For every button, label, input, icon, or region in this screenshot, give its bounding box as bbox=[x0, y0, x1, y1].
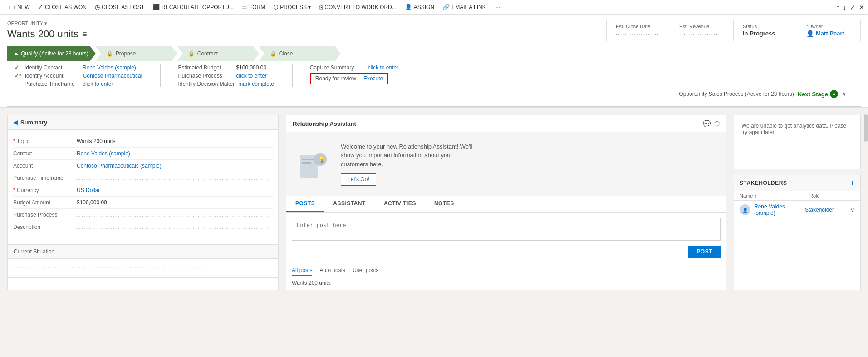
stage-bar-container: ▶ Qualify (Active for 23 hours) 🔒 Propos… bbox=[0, 46, 868, 108]
collapse-button[interactable]: ∧ bbox=[842, 90, 846, 98]
stakeholder-name[interactable]: Rene Valdes (sample) bbox=[754, 203, 805, 216]
identify-account-field: ✓* Identify Account Contoso Pharmaceutic… bbox=[15, 73, 142, 79]
post-button[interactable]: POST bbox=[688, 246, 721, 258]
rel-open-icon[interactable]: ⬡ bbox=[714, 120, 720, 127]
check-capture-summary bbox=[300, 64, 306, 71]
field-contact: Contact Rene Valdes (sample) bbox=[13, 148, 273, 160]
decision-maker-field: Identify Decision Maker mark complete bbox=[168, 81, 274, 87]
purchase-timeframe-field: Purchase Timeframe click to enter bbox=[15, 81, 142, 87]
stakeholders-cols: Name ↑ Role bbox=[734, 191, 860, 201]
summary-section: ◀ Summary Topic Wants 200 units Contact … bbox=[7, 115, 279, 290]
field-account: Account Contoso Pharmaceuticals (sample) bbox=[13, 160, 273, 172]
tab-notes[interactable]: NOTES bbox=[425, 196, 463, 212]
contact-value[interactable]: Rene Valdes (sample) bbox=[77, 150, 273, 157]
stage-close[interactable]: 🔒 Close bbox=[259, 46, 341, 61]
description-value[interactable]: ........................................… bbox=[77, 224, 273, 230]
stage-lock-icon-1: 🔒 bbox=[107, 51, 113, 57]
tab-activities[interactable]: ACTIVITIES bbox=[375, 196, 425, 212]
stage-arrow-icon: ▶ bbox=[15, 51, 18, 57]
header-fields: Est. Close Date ................... Est.… bbox=[606, 20, 861, 41]
purchase-process-value[interactable]: ........................................… bbox=[77, 212, 273, 218]
identify-contact-value[interactable]: Rene Valdes (sample) bbox=[83, 64, 136, 71]
rel-welcome-text: Welcome to your new Relationship Assista… bbox=[341, 142, 477, 169]
purchase-timeframe-value[interactable]: ........................................… bbox=[77, 175, 273, 181]
stage-lock-icon-3: 🔒 bbox=[270, 51, 276, 57]
field-topic: Topic Wants 200 units bbox=[13, 135, 273, 148]
expand-icon[interactable]: ⤢ bbox=[850, 4, 855, 11]
scrollbar-thumb[interactable] bbox=[864, 114, 868, 142]
stakeholder-role[interactable]: Stakeholder bbox=[805, 207, 850, 213]
breadcrumb[interactable]: OPPORTUNITY ▾ bbox=[7, 20, 606, 26]
posts-filter: All posts Auto posts User posts bbox=[286, 263, 726, 276]
filter-all-posts[interactable]: All posts bbox=[292, 267, 312, 276]
account-value[interactable]: Contoso Pharmaceuticals (sample) bbox=[77, 163, 273, 169]
post-area: POST bbox=[286, 213, 726, 263]
rel-welcome-content: Welcome to your new Relationship Assista… bbox=[341, 142, 477, 186]
capture-summary-field: Capture Summary click to enter bbox=[300, 64, 398, 71]
identify-contact-field: ✓ Identify Contact Rene Valdes (sample) bbox=[15, 64, 142, 71]
stakeholders-add-button[interactable]: + bbox=[850, 179, 855, 187]
current-situation-section: Current Situation ......................… bbox=[8, 244, 278, 278]
header-left: OPPORTUNITY ▾ Wants 200 units ≡ bbox=[7, 20, 606, 40]
stakeholder-expand-icon[interactable]: ∨ bbox=[850, 207, 855, 213]
summary-header: ◀ Summary bbox=[8, 115, 278, 130]
stage-qualify[interactable]: ▶ Qualify (Active for 23 hours) bbox=[7, 46, 96, 61]
decision-maker-value[interactable]: mark complete bbox=[238, 81, 274, 87]
current-situation-value[interactable]: ........................................… bbox=[14, 263, 210, 269]
main-content: ◀ Summary Topic Wants 200 units Contact … bbox=[0, 108, 868, 298]
est-close-date-field: Est. Close Date ................... bbox=[607, 20, 670, 41]
stage-contract[interactable]: 🔒 Contract bbox=[177, 46, 259, 61]
form-button[interactable]: ☰ FORM bbox=[238, 2, 269, 12]
assign-button[interactable]: 👤 ASSIGN bbox=[401, 2, 438, 12]
filter-auto-posts[interactable]: Auto posts bbox=[319, 267, 345, 276]
process-icon: ⬡ bbox=[273, 4, 278, 10]
tab-posts[interactable]: POSTS bbox=[286, 196, 324, 212]
field-purchase-timeframe: Purchase Timeframe .....................… bbox=[13, 172, 273, 184]
field-currency: Currency US Dollar bbox=[13, 184, 273, 197]
close-as-won-button[interactable]: ✓ CLOSE AS WON bbox=[34, 2, 90, 12]
up-nav-icon[interactable]: ↑ bbox=[836, 4, 839, 11]
capture-summary-value[interactable]: click to enter bbox=[368, 64, 398, 71]
tab-assistant[interactable]: ASSISTANT bbox=[324, 196, 375, 212]
more-button[interactable]: ··· bbox=[490, 1, 504, 13]
close-as-lost-button[interactable]: ◷ CLOSE AS LOST bbox=[91, 2, 148, 12]
rel-header: Relationship Assistant 💬 ⬡ bbox=[286, 115, 726, 132]
recalculate-button[interactable]: ⬛ RECALCULATE OPPORTU... bbox=[149, 2, 237, 12]
plus-icon: + bbox=[7, 4, 11, 10]
down-nav-icon[interactable]: ↓ bbox=[843, 4, 846, 11]
next-stage-row: Opportunity Sales Process (Active for 23… bbox=[15, 87, 853, 101]
rel-chat-icon[interactable]: 💬 bbox=[703, 120, 711, 127]
process-fields: ✓ Identify Contact Rene Valdes (sample) … bbox=[7, 61, 861, 107]
post-input[interactable] bbox=[292, 218, 721, 241]
process-col-2: Estimated Budget $100,000.00 Purchase Pr… bbox=[168, 64, 284, 87]
lets-go-button[interactable]: Let's Go! bbox=[341, 173, 376, 186]
identify-account-value[interactable]: Contoso Pharmaceutical bbox=[83, 73, 142, 79]
purchase-process-value[interactable]: click to enter bbox=[236, 73, 266, 79]
process-button[interactable]: ⬡ PROCESS ▾ bbox=[270, 2, 314, 12]
filter-user-posts[interactable]: User posts bbox=[353, 267, 378, 276]
currency-value[interactable]: US Dollar bbox=[77, 187, 273, 193]
stage-propose[interactable]: 🔒 Propose bbox=[96, 46, 177, 61]
purchase-timeframe-value[interactable]: click to enter bbox=[83, 81, 113, 87]
current-situation-header: Current Situation bbox=[8, 245, 278, 259]
check-identify-account: ✓* bbox=[15, 73, 21, 79]
email-link-button[interactable]: 🔗 EMAIL A LINK bbox=[439, 2, 490, 12]
next-stage-button[interactable]: Next Stage ● bbox=[798, 90, 838, 98]
col-name-header[interactable]: Name ↑ bbox=[740, 193, 809, 198]
check-identify-contact: ✓ bbox=[15, 64, 21, 71]
scrollbar[interactable] bbox=[863, 114, 868, 298]
analytics-message: We are unable to get analytics data. Ple… bbox=[741, 123, 846, 135]
est-revenue-field: Est. Revenue ................... bbox=[670, 20, 734, 41]
owner-field: *Owner 👤 Matt Peart bbox=[797, 20, 861, 41]
stakeholders-header: STAKEHOLDERS + bbox=[734, 175, 860, 191]
menu-icon[interactable]: ≡ bbox=[82, 30, 87, 39]
execute-button[interactable]: Execute bbox=[363, 75, 383, 82]
status-field: Status In Progress bbox=[734, 20, 797, 41]
est-budget-value: $100,000.00 bbox=[236, 64, 266, 71]
convert-button[interactable]: ⎘ CONVERT TO WORK ORD... bbox=[315, 2, 400, 12]
check-purchase-process bbox=[168, 73, 174, 79]
est-budget-field: Estimated Budget $100,000.00 bbox=[168, 64, 274, 71]
convert-icon: ⎘ bbox=[319, 4, 323, 10]
new-button[interactable]: + + NEW bbox=[4, 2, 34, 12]
close-icon[interactable]: ✕ bbox=[859, 4, 864, 11]
